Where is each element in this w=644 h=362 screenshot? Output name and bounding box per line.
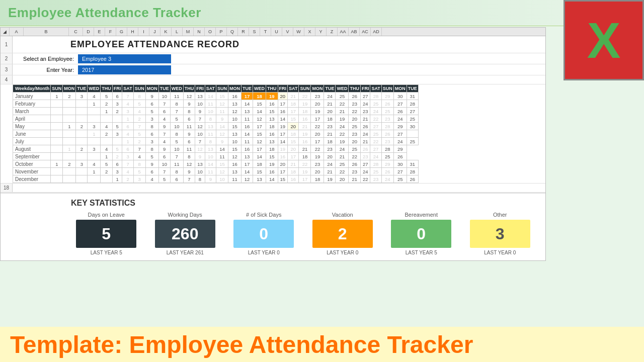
record-title: EMPLOYEE ATTENDANCE RECORD bbox=[70, 39, 239, 49]
wed3: WED bbox=[253, 85, 266, 93]
september-row: September 1 2 3 4 5 6 7 8 9 bbox=[13, 153, 419, 160]
july-label: July bbox=[13, 138, 51, 145]
mon2: MON bbox=[145, 85, 158, 93]
april-row: April 1 2 3 4 5 6 7 8 bbox=[13, 115, 419, 123]
stat-label-working-days: Working Days bbox=[155, 212, 215, 218]
row-4: 4 bbox=[1, 75, 545, 84]
year-input[interactable]: 2017 bbox=[78, 65, 171, 74]
col-b: B bbox=[24, 28, 69, 36]
october-row: October 1 2 3 4 5 6 7 8 9 10 11 12 13 bbox=[13, 160, 419, 168]
february-label: February bbox=[13, 100, 51, 108]
row-num-3: 3 bbox=[1, 64, 13, 75]
row-2: 2 Select an Employee: Employee 3 bbox=[1, 53, 545, 64]
stats-boxes: 5 260 0 2 0 3 bbox=[71, 220, 535, 248]
tue3: TUE bbox=[242, 85, 253, 93]
june-label: June bbox=[13, 130, 51, 138]
sun3: SUN bbox=[216, 85, 228, 93]
july-row: July 1 2 3 4 5 6 7 8 bbox=[13, 138, 419, 145]
stat-box-sick-days: 0 bbox=[233, 220, 294, 248]
col-o: O bbox=[205, 28, 216, 36]
mon4: MON bbox=[311, 85, 324, 93]
stat-value-vacation: 2 bbox=[338, 225, 347, 243]
december-row: December 1 2 3 4 5 6 7 8 9 bbox=[13, 175, 419, 183]
employee-value: Employee 3 bbox=[82, 56, 111, 62]
november-row: November 1 2 3 4 5 6 7 8 9 10 bbox=[13, 168, 419, 175]
enter-year-label: Enter Year: bbox=[13, 67, 78, 73]
june-row: June 1 2 3 4 5 6 7 8 9 10 11 bbox=[13, 130, 419, 138]
sun2: SUN bbox=[133, 85, 145, 93]
calendar-rows: Weekday/Month SUN MON TUE WED THU FRI SA… bbox=[1, 84, 545, 184]
february-row: February 1 2 3 4 5 6 7 8 9 10 bbox=[13, 100, 419, 108]
bottom-banner-text: Template: Employee Attendance Tracker bbox=[10, 331, 473, 358]
col-m: M bbox=[183, 28, 194, 36]
august-label: August bbox=[13, 145, 51, 153]
may-label: May bbox=[13, 123, 51, 130]
select-employee-label: Select an Employee: bbox=[13, 56, 78, 62]
thu4: THU bbox=[349, 85, 361, 93]
tue4: TUE bbox=[324, 85, 336, 93]
corner-cell: ◢ bbox=[1, 28, 10, 36]
lastyear-vacation: LAST YEAR 0 bbox=[312, 250, 373, 255]
stat-value-working-days: 260 bbox=[172, 225, 198, 243]
excel-logo: X bbox=[564, 0, 644, 80]
sun4: SUN bbox=[299, 85, 311, 93]
col-n: N bbox=[194, 28, 205, 36]
sat2: SAT bbox=[205, 85, 216, 93]
calendar-container: Weekday/Month SUN MON TUE WED THU FRI SA… bbox=[3, 84, 419, 183]
employee-selector[interactable]: Employee 3 bbox=[78, 54, 171, 63]
thu2: THU bbox=[183, 85, 195, 93]
stat-label-vacation: Vacation bbox=[312, 212, 373, 218]
row-num-2: 2 bbox=[1, 53, 13, 64]
mon1: MON bbox=[63, 85, 76, 93]
title-cell: EMPLOYEE ATTENDANCE RECORD bbox=[13, 39, 545, 50]
january-label: January bbox=[13, 93, 51, 100]
sat4: SAT bbox=[370, 85, 381, 93]
col-x: X bbox=[304, 28, 315, 36]
stat-value-other: 3 bbox=[496, 225, 505, 243]
column-headers: ◢ A B C D E F G H I J K L M N O P Q R S … bbox=[1, 28, 545, 36]
stat-value-days-leave: 5 bbox=[102, 225, 111, 243]
wed1: WED bbox=[88, 85, 101, 93]
sat1: SAT bbox=[122, 85, 133, 93]
stat-box-working-days: 260 bbox=[155, 220, 215, 248]
tue5: TUE bbox=[407, 85, 418, 93]
col-ab: AB bbox=[349, 28, 360, 36]
lastyear-bereavement: LAST YEAR 5 bbox=[391, 250, 451, 255]
thu3: THU bbox=[266, 85, 278, 93]
tue2: TUE bbox=[158, 85, 170, 93]
col-j: J bbox=[149, 28, 160, 36]
col-r: R bbox=[238, 28, 249, 36]
tue1: TUE bbox=[76, 85, 88, 93]
march-row: March 1 2 3 4 5 6 7 8 9 10 bbox=[13, 108, 419, 115]
col-v: V bbox=[282, 28, 293, 36]
app-title: Employee Attendance Tracker bbox=[8, 5, 201, 21]
stat-label-other: Other bbox=[470, 212, 530, 218]
stat-box-vacation: 2 bbox=[312, 220, 373, 248]
row-18: 18 bbox=[1, 184, 545, 193]
col-ac: AC bbox=[360, 28, 371, 36]
wed2: WED bbox=[170, 85, 183, 93]
col-g: G bbox=[116, 28, 127, 36]
january-row: January 1 2 3 4 5 6 7 8 9 10 11 12 13 bbox=[13, 93, 419, 100]
stat-label-sick-days: # of Sick Days bbox=[233, 212, 294, 218]
stat-box-other: 3 bbox=[470, 220, 530, 248]
row-num-1: 1 bbox=[1, 36, 13, 53]
year-value: 2017 bbox=[82, 67, 94, 73]
december-label: December bbox=[13, 175, 51, 183]
lastyear-sick-days: LAST YEAR 0 bbox=[233, 250, 294, 255]
col-z: Z bbox=[327, 28, 338, 36]
row-num-4: 4 bbox=[1, 75, 13, 84]
lastyear-days-leave: LAST YEAR 5 bbox=[76, 250, 136, 255]
row-3: 3 Enter Year: 2017 bbox=[1, 64, 545, 75]
key-statistics-section: KEY STATISTICS Days on Leave Working Day… bbox=[1, 193, 545, 260]
col-w: W bbox=[293, 28, 304, 36]
wed4: WED bbox=[336, 85, 349, 93]
stats-lastyear: LAST YEAR 5 LAST YEAR 261 LAST YEAR 0 LA… bbox=[71, 250, 535, 255]
sat3: SAT bbox=[288, 85, 299, 93]
stat-label-bereavement: Bereavement bbox=[391, 212, 451, 218]
col-k: K bbox=[160, 28, 172, 36]
weekday-month-header: Weekday/Month bbox=[13, 85, 51, 93]
attendance-table: Weekday/Month SUN MON TUE WED THU FRI SA… bbox=[13, 84, 419, 183]
col-e: E bbox=[94, 28, 105, 36]
col-t: T bbox=[260, 28, 271, 36]
